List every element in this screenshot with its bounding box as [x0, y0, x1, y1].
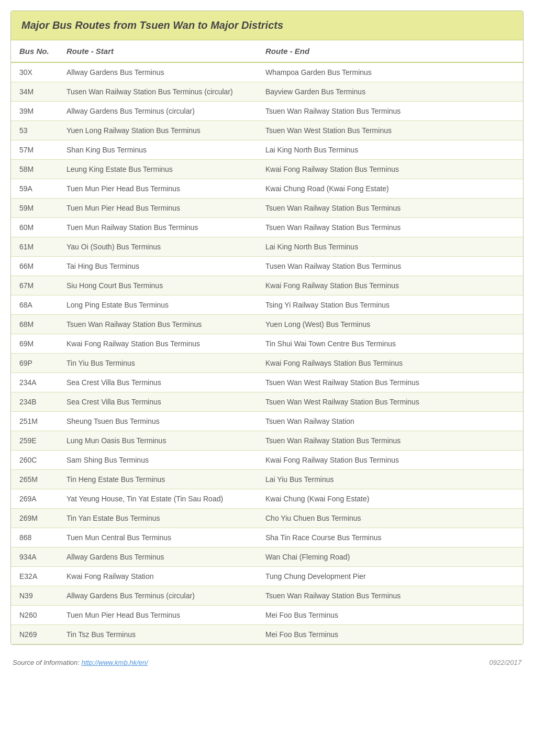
cell-route-end: Kwai Fong Railway Station Bus Terminus	[257, 451, 523, 470]
table-row: 251MSheung Tsuen Bus TerminusTsuen Wan R…	[11, 412, 523, 431]
cell-route-start: Yuen Long Railway Station Bus Terminus	[58, 121, 257, 140]
table-row: 69MKwai Fong Railway Station Bus Terminu…	[11, 334, 523, 354]
source-info: Source of Information: http://www.kmb.hk…	[10, 653, 150, 672]
cell-route-start: Lung Mun Oasis Bus Terminus	[58, 431, 257, 451]
source-text: Source of Information:	[13, 659, 82, 666]
table-row: 34MTusen Wan Railway Station Bus Terminu…	[11, 82, 523, 102]
table-row: 234BSea Crest Villa Bus TerminusTsuen Wa…	[11, 392, 523, 412]
cell-route-start: Sea Crest Villa Bus Terminus	[58, 392, 257, 412]
cell-route-start: Kwai Fong Railway Station	[58, 567, 257, 586]
table-row: 68MTsuen Wan Railway Station Bus Terminu…	[11, 315, 523, 334]
cell-route-start: Tsuen Wan Railway Station Bus Terminus	[58, 315, 257, 334]
cell-route-end: Wan Chai (Fleming Road)	[257, 547, 523, 567]
cell-route-end: Kwai Fong Railway Station Bus Terminus	[257, 276, 523, 295]
cell-bus-no: N269	[11, 625, 58, 644]
table-row: 58MLeung King Estate Bus TerminusKwai Fo…	[11, 160, 523, 179]
cell-bus-no: 251M	[11, 412, 58, 431]
table-row: 59ATuen Mun Pier Head Bus TerminusKwai C…	[11, 179, 523, 199]
cell-bus-no: 259E	[11, 431, 58, 451]
cell-route-start: Sam Shing Bus Terminus	[58, 451, 257, 470]
source-link[interactable]: http://www.kmb.hk/en/	[82, 659, 148, 666]
table-row: 57MShan King Bus TerminusLai King North …	[11, 140, 523, 160]
table-row: N39Allway Gardens Bus Terminus (circular…	[11, 586, 523, 606]
table-row: 69PTin Yiu Bus TerminusKwai Fong Railway…	[11, 354, 523, 373]
cell-bus-no: 59A	[11, 179, 58, 199]
cell-route-start: Tin Yiu Bus Terminus	[58, 354, 257, 373]
cell-route-end: Lai Yiu Bus Terminus	[257, 470, 523, 489]
table-row: 39MAllway Gardens Bus Terminus (circular…	[11, 102, 523, 121]
cell-bus-no: 260C	[11, 451, 58, 470]
table-row: 269AYat Yeung House, Tin Yat Estate (Tin…	[11, 489, 523, 509]
cell-route-start: Allway Gardens Bus Terminus (circular)	[58, 586, 257, 606]
cell-route-start: Shan King Bus Terminus	[58, 140, 257, 160]
cell-bus-no: 69P	[11, 354, 58, 373]
cell-bus-no: 868	[11, 528, 58, 547]
cell-route-end: Tsing Yi Railway Station Bus Terminus	[257, 295, 523, 315]
cell-bus-no: 234B	[11, 392, 58, 412]
table-row: 61MYau Oi (South) Bus TerminusLai King N…	[11, 237, 523, 257]
footer-date: 0922/2017	[487, 653, 524, 672]
table-title: Major Bus Routes from Tsuen Wan to Major…	[11, 11, 523, 40]
cell-route-end: Kwai Chung (Kwai Fong Estate)	[257, 489, 523, 509]
cell-route-start: Kwai Fong Railway Station Bus Terminus	[58, 334, 257, 354]
cell-route-end: Kwai Fong Railway Station Bus Terminus	[257, 160, 523, 179]
cell-route-start: Tuen Mun Pier Head Bus Terminus	[58, 606, 257, 625]
cell-route-start: Tin Yan Estate Bus Terminus	[58, 509, 257, 528]
cell-route-end: Mei Foo Bus Terminus	[257, 606, 523, 625]
cell-route-end: Tsuen Wan West Railway Station Bus Termi…	[257, 373, 523, 392]
table-row: 269MTin Yan Estate Bus TerminusCho Yiu C…	[11, 509, 523, 528]
cell-bus-no: 934A	[11, 547, 58, 567]
cell-route-start: Tuen Mun Central Bus Terminus	[58, 528, 257, 547]
table-row: 68ALong Ping Estate Bus TerminusTsing Yi…	[11, 295, 523, 315]
cell-bus-no: 234A	[11, 373, 58, 392]
bus-routes-table: Bus No. Route - Start Route - End 30XAll…	[11, 40, 523, 644]
cell-route-start: Tin Tsz Bus Terminus	[58, 625, 257, 644]
main-container: Major Bus Routes from Tsuen Wan to Major…	[10, 10, 524, 645]
cell-route-end: Whampoa Garden Bus Terminus	[257, 62, 523, 82]
table-row: 868Tuen Mun Central Bus TerminusSha Tin …	[11, 528, 523, 547]
col-header-route-end: Route - End	[257, 40, 523, 62]
cell-route-end: Tsuen Wan Railway Station Bus Terminus	[257, 586, 523, 606]
cell-bus-no: 69M	[11, 334, 58, 354]
cell-bus-no: 68A	[11, 295, 58, 315]
cell-route-start: Sea Crest Villa Bus Terminus	[58, 373, 257, 392]
table-row: 60MTuen Mun Railway Station Bus Terminus…	[11, 218, 523, 237]
cell-route-start: Sheung Tsuen Bus Terminus	[58, 412, 257, 431]
cell-route-end: Tsuen Wan Railway Station Bus Terminus	[257, 102, 523, 121]
table-row: 53Yuen Long Railway Station Bus Terminus…	[11, 121, 523, 140]
cell-bus-no: 68M	[11, 315, 58, 334]
cell-bus-no: 53	[11, 121, 58, 140]
cell-route-start: Siu Hong Court Bus Terminus	[58, 276, 257, 295]
table-row: 30XAllway Gardens Bus TerminusWhampoa Ga…	[11, 62, 523, 82]
cell-route-end: Cho Yiu Chuen Bus Terminus	[257, 509, 523, 528]
cell-bus-no: 30X	[11, 62, 58, 82]
cell-route-start: Tuen Mun Pier Head Bus Terminus	[58, 179, 257, 199]
cell-route-start: Tai Hing Bus Terminus	[58, 257, 257, 276]
cell-route-start: Tusen Wan Railway Station Bus Terminus (…	[58, 82, 257, 102]
cell-route-end: Tsuen Wan Railway Station Bus Terminus	[257, 431, 523, 451]
col-header-route-start: Route - Start	[58, 40, 257, 62]
cell-bus-no: 60M	[11, 218, 58, 237]
cell-route-end: Lai King North Bus Terminus	[257, 237, 523, 257]
table-row: 265MTin Heng Estate Bus TerminusLai Yiu …	[11, 470, 523, 489]
cell-route-end: Tsuen Wan Railway Station	[257, 412, 523, 431]
table-row: 260CSam Shing Bus TerminusKwai Fong Rail…	[11, 451, 523, 470]
cell-bus-no: 34M	[11, 82, 58, 102]
cell-route-start: Tuen Mun Pier Head Bus Terminus	[58, 199, 257, 218]
table-row: N260Tuen Mun Pier Head Bus TerminusMei F…	[11, 606, 523, 625]
cell-bus-no: 57M	[11, 140, 58, 160]
cell-route-end: Kwai Fong Railways Station Bus Terminus	[257, 354, 523, 373]
cell-bus-no: 58M	[11, 160, 58, 179]
cell-route-end: Tsuen Wan West Railway Station Bus Termi…	[257, 392, 523, 412]
cell-route-start: Yau Oi (South) Bus Terminus	[58, 237, 257, 257]
table-row: 234ASea Crest Villa Bus TerminusTsuen Wa…	[11, 373, 523, 392]
cell-route-start: Allway Gardens Bus Terminus	[58, 547, 257, 567]
cell-route-start: Long Ping Estate Bus Terminus	[58, 295, 257, 315]
cell-route-end: Kwai Chung Road (Kwai Fong Estate)	[257, 179, 523, 199]
cell-route-end: Mei Foo Bus Terminus	[257, 625, 523, 644]
cell-route-start: Leung King Estate Bus Terminus	[58, 160, 257, 179]
cell-route-start: Tuen Mun Railway Station Bus Terminus	[58, 218, 257, 237]
cell-bus-no: N260	[11, 606, 58, 625]
table-row: 66MTai Hing Bus TerminusTusen Wan Railwa…	[11, 257, 523, 276]
cell-bus-no: 265M	[11, 470, 58, 489]
